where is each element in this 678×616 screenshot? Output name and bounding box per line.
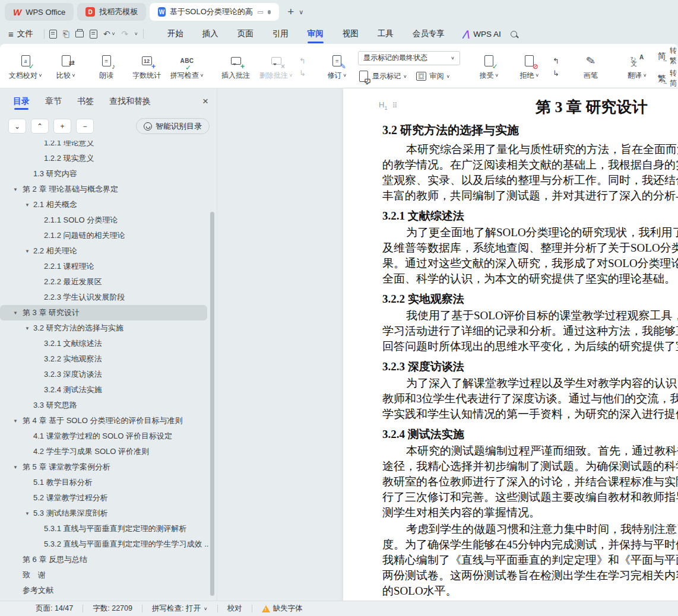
proofread-button[interactable]: 校对: [218, 604, 252, 614]
print-icon[interactable]: [75, 31, 84, 37]
redo-button[interactable]: ↷: [121, 29, 128, 39]
ribbon-button-比较[interactable]: ⇄比较∨: [46, 47, 85, 87]
zoom-out-toc-button[interactable]: −: [76, 119, 94, 134]
next-comment-icon[interactable]: ↳: [297, 69, 308, 78]
ribbon-button-插入批注[interactable]: +插入批注: [216, 47, 255, 87]
menu-tab-插入[interactable]: 插入: [193, 24, 228, 43]
collapse-arrow-icon[interactable]: ▼: [25, 511, 30, 516]
tab-docer[interactable]: D找稻壳模板: [77, 3, 146, 21]
scrollbar-thumb[interactable]: [210, 212, 214, 596]
ribbon-button-审阅[interactable]: ⿴审阅∨: [416, 69, 451, 84]
collapse-arrow-icon[interactable]: ▼: [13, 465, 18, 470]
tab-list-chevron-icon[interactable]: ∨: [299, 8, 303, 16]
page-indicator[interactable]: 页面: 14/47: [26, 604, 83, 614]
toc-item[interactable]: 3.2.4 测试法实施: [0, 382, 207, 398]
toc-item[interactable]: 2.2.1 课程理论: [0, 259, 207, 274]
wps-ai-button[interactable]: ⋀ WPS AI: [462, 28, 501, 39]
tab-wps-home[interactable]: WWPS Office: [5, 3, 74, 21]
ribbon-button-修订[interactable]: ≡✎修订∨: [318, 47, 357, 87]
sidebar-scrollbar[interactable]: [210, 142, 214, 597]
toc-item[interactable]: ▼2.2 相关理论: [0, 243, 207, 259]
search-icon[interactable]: [511, 31, 517, 37]
toc-item[interactable]: 3.3 研究思路: [0, 398, 207, 413]
collapse-arrow-icon[interactable]: ▼: [25, 326, 30, 331]
word-count-indicator[interactable]: 字数: 22709: [83, 604, 142, 614]
ribbon-button-显示标记[interactable]: 🗩显示标记∨: [358, 69, 407, 84]
save-icon[interactable]: [49, 30, 57, 39]
menu-tab-页面[interactable]: 页面: [228, 24, 263, 43]
toc-item[interactable]: 2.1.1 SOLO 分类理论: [0, 212, 207, 228]
toc-item[interactable]: 1.2.2 现实意义: [0, 151, 207, 166]
ribbon-button-字数统计[interactable]: 12+字数统计: [127, 47, 166, 87]
menu-tab-审阅[interactable]: 审阅: [298, 24, 333, 43]
toc-item[interactable]: 2.1.2 问题链的相关理论: [0, 228, 207, 243]
toc-item[interactable]: 参考文献: [0, 583, 207, 598]
toc-item[interactable]: 4.2 学生学习成果 SOLO 评价准则: [0, 444, 207, 459]
ribbon-button-删除批注[interactable]: ×删除批注∨: [256, 47, 296, 87]
toc-item[interactable]: ▼第 5 章 课堂教学案例分析: [0, 459, 207, 475]
menu-tab-引用[interactable]: 引用: [263, 24, 298, 43]
missing-font-warning[interactable]: 缺失字体: [252, 604, 312, 614]
toc-item[interactable]: ▼第 3 章 研究设计: [0, 305, 207, 320]
collapse-arrow-icon[interactable]: ▼: [25, 249, 30, 254]
sidebar-tab-目录[interactable]: 目录: [13, 90, 30, 113]
toc-item[interactable]: ▼第 4 章 基于 SOLO 分类理论的评价目标与准则: [0, 413, 207, 428]
tab-document[interactable]: W基于SOLO分类理论的高中数学▭: [150, 3, 279, 21]
collapse-arrow-icon[interactable]: ▼: [25, 202, 30, 208]
toc-item[interactable]: ▼第 2 章 理论基础与概念界定: [0, 182, 207, 197]
document-content[interactable]: 第 3 章 研究设计3.2 研究方法的选择与实施本研究综合采用了量化与质性研究的…: [382, 96, 678, 600]
toc-item[interactable]: 2.2.3 学生认识发展阶段: [0, 290, 207, 305]
new-tab-button[interactable]: +: [283, 5, 299, 18]
document-page[interactable]: H1 ⠿ 第 3 章 研究设计3.2 研究方法的选择与实施本研究综合采用了量化与…: [343, 88, 678, 601]
ribbon-button-拒绝[interactable]: ⊘拒绝∨: [510, 47, 549, 87]
toc-item[interactable]: 3.2.3 深度访谈法: [0, 367, 207, 382]
toc-item[interactable]: 5.3.1 直线与平面垂直判定定理的测评解析: [0, 521, 207, 536]
ribbon-button-转繁[interactable]: 简→转繁: [656, 46, 678, 66]
ribbon-button-转简[interactable]: 繁→转简: [656, 68, 678, 88]
print-preview-icon[interactable]: [90, 30, 97, 39]
expand-all-button[interactable]: ⌃: [31, 119, 49, 134]
collapse-arrow-icon[interactable]: ▼: [13, 418, 18, 424]
ribbon-button-拼写检查[interactable]: ABC✓拼写检查∨: [167, 47, 207, 87]
close-icon[interactable]: ×: [202, 96, 208, 107]
ribbon-button-文档校对[interactable]: a✓文档校对∨: [6, 47, 45, 87]
toc-item[interactable]: 5.2 课堂教学过程分析: [0, 490, 207, 506]
undo-button[interactable]: ↶∨: [103, 29, 115, 39]
ribbon-button-朗读[interactable]: ≡♪朗读: [87, 47, 126, 87]
toc-item[interactable]: 第 6 章 反思与总结: [0, 552, 207, 567]
toc-item[interactable]: ▼3.2 研究方法的选择与实施: [0, 320, 207, 336]
sidebar-tab-章节[interactable]: 章节: [45, 90, 62, 113]
collapse-all-button[interactable]: ⌄: [8, 119, 26, 134]
collapse-arrow-icon[interactable]: ▼: [13, 310, 18, 316]
sidebar-tab-书签[interactable]: 书签: [77, 90, 94, 113]
toc-item[interactable]: ▼2.1 相关概念: [0, 197, 207, 212]
markup-state-select[interactable]: 显示标记的最终状态∨: [358, 51, 460, 65]
file-menu-button[interactable]: ≡ 文件: [8, 28, 33, 39]
collapse-arrow-icon[interactable]: ▼: [13, 187, 18, 192]
toc-item[interactable]: 2.2.2 最近发展区: [0, 274, 207, 290]
toc-item[interactable]: ▼5.3 测试结果深度剖析: [0, 506, 207, 521]
smart-toc-button[interactable]: 智能识别目录: [136, 118, 210, 134]
window-mode-icon[interactable]: ▭: [257, 8, 263, 16]
toc-item[interactable]: 3.2.1 文献综述法: [0, 336, 207, 351]
prev-comment-icon[interactable]: ↰: [297, 56, 308, 65]
toc-item[interactable]: 1.2.1 理论意义: [0, 141, 207, 151]
zoom-in-toc-button[interactable]: +: [53, 119, 71, 134]
more-chevron-icon[interactable]: ∨: [134, 31, 138, 37]
toc-item[interactable]: 3.2.2 实地观察法: [0, 351, 207, 367]
toc-item[interactable]: 5.1 教学目标分析: [0, 475, 207, 490]
ribbon-button-画笔[interactable]: ✎画笔: [571, 47, 610, 87]
toc-item[interactable]: 4.1 课堂教学过程的 SOLO 评价目标设定: [0, 428, 207, 444]
ribbon-button-翻译[interactable]: ↻A文翻译∨: [620, 47, 655, 87]
toc-item[interactable]: 致 谢: [0, 567, 207, 583]
menu-tab-工具[interactable]: 工具: [368, 24, 403, 43]
prev-revision-icon[interactable]: ↰: [550, 56, 562, 65]
menu-tab-开始[interactable]: 开始: [158, 24, 193, 43]
spell-check-toggle[interactable]: 拼写检查: 打开∨: [142, 604, 217, 614]
export-icon[interactable]: ⎗: [63, 29, 69, 39]
toc-item[interactable]: 5.3.2 直线与平面垂直判定定理的学生学习成效 ...: [0, 536, 207, 552]
menu-tab-视图[interactable]: 视图: [333, 24, 368, 43]
ribbon-button-接受[interactable]: ✓接受∨: [470, 47, 509, 87]
next-revision-icon[interactable]: ↳: [550, 69, 562, 78]
menu-tab-会员专享[interactable]: 会员专享: [403, 24, 454, 43]
